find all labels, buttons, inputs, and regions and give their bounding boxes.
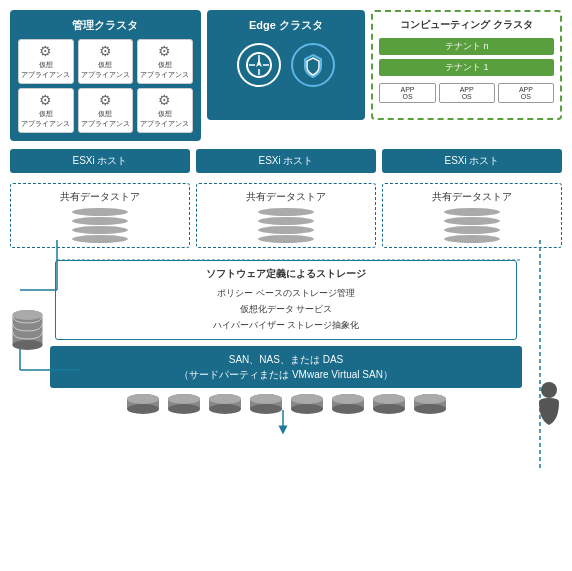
app-label-1: APP: [381, 86, 433, 93]
bottom-disk-5: [289, 393, 325, 415]
svg-point-35: [168, 404, 200, 414]
svg-marker-5: [256, 59, 262, 67]
storage-section: ソフトウェア定義によるストレージ ポリシー ベースのストレージ管理 仮想化データ…: [0, 260, 572, 389]
vappliance-label-4: 仮想アプライアンス: [21, 109, 71, 129]
datastore-label-3: 共有データストア: [432, 191, 512, 202]
edge-cluster: Edge クラスタ: [207, 10, 366, 120]
svg-point-47: [291, 404, 323, 414]
vappliance-label-2: 仮想アプライアンス: [81, 60, 131, 80]
os-label-2: OS: [441, 93, 493, 100]
svg-point-11: [258, 217, 314, 225]
svg-point-14: [444, 208, 500, 216]
vappliance-3: ⚙ 仮想アプライアンス: [137, 39, 193, 84]
edge-nav-icon: [237, 43, 281, 87]
disk-stack-2: [201, 208, 371, 243]
svg-point-44: [250, 394, 282, 404]
svg-point-27: [13, 340, 43, 350]
svg-point-48: [291, 394, 323, 404]
top-clusters: 管理クラスタ ⚙ 仮想アプライアンス ⚙ 仮想アプライアンス ⚙ 仮想アプライア…: [0, 0, 572, 141]
vappliance-2: ⚙ 仮想アプライアンス: [78, 39, 134, 84]
esxi-row: ESXi ホスト ESXi ホスト ESXi ホスト: [0, 145, 572, 177]
gear-icon-4: ⚙: [21, 92, 71, 109]
app-box-3: APP OS: [498, 83, 554, 103]
app-label-3: APP: [500, 86, 552, 93]
bottom-disk-1: [125, 393, 161, 415]
svg-point-13: [258, 235, 314, 243]
bottom-disk-4: [248, 393, 284, 415]
bottom-disk-3: [207, 393, 243, 415]
vappliance-1: ⚙ 仮想アプライアンス: [18, 39, 74, 84]
svg-point-55: [373, 404, 405, 414]
svg-point-61: [541, 382, 557, 398]
datastore-label-1: 共有データストア: [60, 191, 140, 202]
storage-def-item-1: ポリシー ベースのストレージ管理: [66, 285, 506, 301]
person-icon: [534, 380, 564, 434]
esxi-box-3: ESXi ホスト: [382, 149, 562, 173]
vappliances-grid: ⚙ 仮想アプライアンス ⚙ 仮想アプライアンス ⚙ 仮想アプライアンス ⚙ 仮想…: [18, 39, 193, 133]
tenant-boxes: テナント n テナント 1 APP OS APP OS APP OS: [379, 38, 554, 103]
gear-icon-1: ⚙: [21, 43, 71, 60]
os-label-3: OS: [500, 93, 552, 100]
storage-def-items: ポリシー ベースのストレージ管理 仮想化データ サービス ハイパーバイザー スト…: [66, 285, 506, 334]
disk-stack-1: [15, 208, 185, 243]
tenant-1-label: テナント 1: [379, 59, 554, 76]
vappliance-label-5: 仮想アプライアンス: [81, 109, 131, 129]
svg-point-15: [444, 217, 500, 225]
svg-point-31: [127, 404, 159, 414]
vappliance-label-1: 仮想アプライアンス: [21, 60, 71, 80]
svg-point-6: [72, 208, 128, 216]
svg-point-60: [414, 394, 446, 404]
computing-cluster-title: コンピューティング クラスタ: [379, 18, 554, 32]
storage-def-title: ソフトウェア定義によるストレージ: [66, 267, 506, 281]
storage-def-item-2: 仮想化データ サービス: [66, 301, 506, 317]
bottom-disk-6: [330, 393, 366, 415]
svg-point-59: [414, 404, 446, 414]
storage-def-item-3: ハイパーバイザー ストレージ抽象化: [66, 317, 506, 333]
svg-point-12: [258, 226, 314, 234]
svg-point-39: [209, 404, 241, 414]
svg-point-17: [444, 235, 500, 243]
svg-point-52: [332, 394, 364, 404]
gear-icon-5: ⚙: [81, 92, 131, 109]
svg-point-8: [72, 226, 128, 234]
gear-icon-6: ⚙: [140, 92, 190, 109]
gear-icon-3: ⚙: [140, 43, 190, 60]
datastore-box-1: 共有データストア: [10, 183, 190, 248]
svg-point-10: [258, 208, 314, 216]
main-diagram: 管理クラスタ ⚙ 仮想アプライアンス ⚙ 仮想アプライアンス ⚙ 仮想アプライア…: [0, 0, 572, 571]
svg-point-40: [209, 394, 241, 404]
edge-shield-icon: [291, 43, 335, 87]
edge-cluster-title: Edge クラスタ: [215, 18, 358, 33]
svg-point-36: [168, 394, 200, 404]
datastore-box-3: 共有データストア: [382, 183, 562, 248]
san-line2: （サードパーティまたは VMware Virtual SAN）: [60, 367, 512, 382]
vappliance-4: ⚙ 仮想アプライアンス: [18, 88, 74, 133]
mgmt-cluster-title: 管理クラスタ: [18, 18, 193, 33]
gear-icon-2: ⚙: [81, 43, 131, 60]
datastore-label-2: 共有データストア: [246, 191, 326, 202]
computing-cluster: コンピューティング クラスタ テナント n テナント 1 APP OS APP …: [371, 10, 562, 120]
datastore-box-2: 共有データストア: [196, 183, 376, 248]
svg-point-56: [373, 394, 405, 404]
mgmt-cluster: 管理クラスタ ⚙ 仮想アプライアンス ⚙ 仮想アプライアンス ⚙ 仮想アプライア…: [10, 10, 201, 141]
os-label-1: OS: [381, 93, 433, 100]
left-db-icon: [10, 305, 45, 364]
app-box-1: APP OS: [379, 83, 435, 103]
app-box-2: APP OS: [439, 83, 495, 103]
bottom-disk-8: [412, 393, 448, 415]
bottom-disks: [0, 393, 572, 415]
vappliance-label-6: 仮想アプライアンス: [140, 109, 190, 129]
svg-point-51: [332, 404, 364, 414]
svg-point-9: [72, 235, 128, 243]
disk-stack-3: [387, 208, 557, 243]
edge-icons: [215, 43, 358, 87]
app-label-2: APP: [441, 86, 493, 93]
datastore-row: 共有データストア 共有データストア 共有データストア: [0, 179, 572, 252]
san-box: SAN、NAS、または DAS （サードパーティまたは VMware Virtu…: [50, 346, 522, 388]
svg-point-28: [13, 310, 43, 320]
svg-point-32: [127, 394, 159, 404]
svg-point-7: [72, 217, 128, 225]
svg-point-16: [444, 226, 500, 234]
tenant-apps: APP OS APP OS APP OS: [379, 83, 554, 103]
esxi-box-2: ESXi ホスト: [196, 149, 376, 173]
